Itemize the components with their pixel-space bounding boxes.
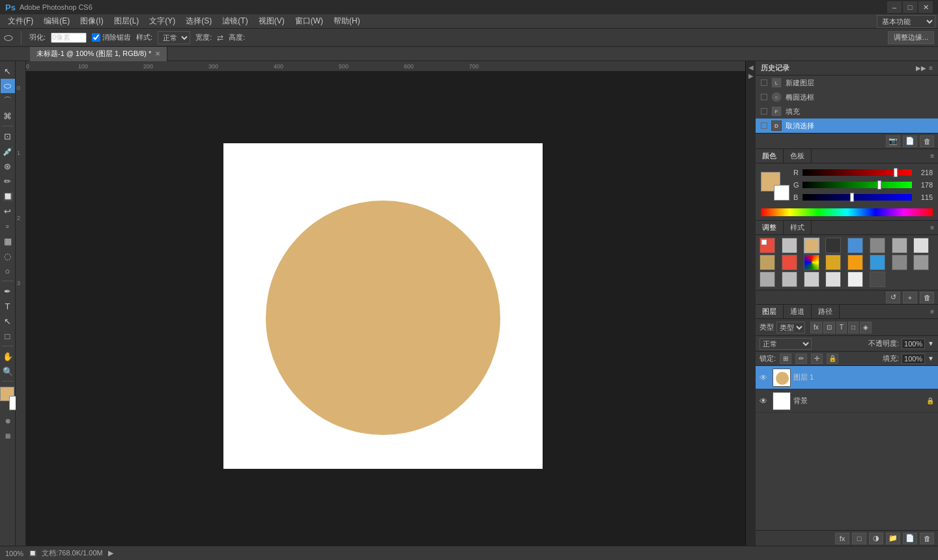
- swatch-bg[interactable]: [774, 185, 789, 201]
- menu-view[interactable]: 视图(V): [253, 14, 290, 28]
- layer-1-eye-icon[interactable]: 👁: [760, 373, 770, 382]
- blur-tool[interactable]: ◌: [1, 249, 15, 263]
- tab-color[interactable]: 颜色: [756, 149, 784, 163]
- style-swatch-11[interactable]: [825, 255, 841, 270]
- layer-bg-eye-icon[interactable]: 👁: [760, 397, 770, 406]
- filter-shape-btn[interactable]: □: [848, 322, 859, 333]
- filter-fx-btn[interactable]: fx: [810, 322, 822, 333]
- style-swatch-7[interactable]: [913, 238, 929, 253]
- add-adj-btn[interactable]: ◑: [869, 533, 883, 544]
- filter-adj-btn[interactable]: ⊡: [823, 322, 835, 333]
- add-mask-btn[interactable]: □: [852, 533, 866, 544]
- add-group-btn[interactable]: 📁: [886, 533, 900, 544]
- collapse-arrow-icon[interactable]: ◀: [748, 64, 754, 71]
- filter-type-btn[interactable]: T: [836, 322, 847, 333]
- quick-mask-toggle[interactable]: ⊗: [1, 413, 15, 428]
- style-swatch-3[interactable]: [825, 238, 841, 253]
- style-swatch-20[interactable]: [847, 272, 863, 287]
- ellipse-marquee-tool[interactable]: ⬭: [1, 79, 15, 93]
- filter-smart-btn[interactable]: ◈: [860, 322, 872, 333]
- pen-tool[interactable]: ✒: [1, 284, 15, 298]
- styles-panel-menu-btn[interactable]: ≡: [926, 223, 938, 232]
- move-tool[interactable]: ↖: [1, 64, 15, 78]
- style-swatch-18[interactable]: [804, 272, 819, 287]
- history-brush-tool[interactable]: ↩: [1, 204, 15, 218]
- feather-input[interactable]: [51, 33, 87, 43]
- menu-layer[interactable]: 图层(L): [109, 14, 145, 28]
- style-swatch-0[interactable]: [760, 238, 775, 253]
- opacity-dropdown-icon[interactable]: ▼: [928, 340, 934, 347]
- lock-transparent-btn[interactable]: ⊞: [780, 354, 791, 364]
- history-item-new-layer[interactable]: L 新建图层: [756, 76, 938, 90]
- style-swatch-21[interactable]: [870, 272, 885, 287]
- color-spectrum[interactable]: [761, 208, 933, 216]
- anti-alias-checkbox[interactable]: [92, 33, 100, 42]
- style-swatch-4[interactable]: [847, 238, 863, 253]
- menu-filter[interactable]: 滤镜(T): [217, 14, 253, 28]
- screen-mode-toggle[interactable]: ⊞: [1, 428, 15, 443]
- lock-paint-btn[interactable]: ✏: [795, 354, 807, 364]
- doc-tab-close[interactable]: ✕: [155, 50, 160, 57]
- workspace-select[interactable]: 基本功能: [877, 15, 935, 28]
- eraser-tool[interactable]: ▫: [1, 219, 15, 233]
- zoom-tool[interactable]: 🔍: [1, 364, 15, 378]
- tab-layers[interactable]: 图层: [756, 305, 784, 318]
- style-swatch-12[interactable]: [847, 255, 863, 270]
- style-select[interactable]: 正常: [158, 31, 190, 44]
- anti-alias-label[interactable]: 消除锯齿: [92, 33, 131, 42]
- style-swatch-17[interactable]: [782, 272, 797, 287]
- tab-swatches[interactable]: 色板: [784, 149, 812, 163]
- quick-select-tool[interactable]: ⌘: [1, 109, 15, 123]
- menu-image[interactable]: 图像(I): [75, 14, 108, 28]
- dodge-tool[interactable]: ○: [1, 264, 15, 278]
- gradient-tool[interactable]: ▦: [1, 234, 15, 248]
- style-swatch-9[interactable]: [782, 255, 797, 270]
- history-new-doc-btn[interactable]: 📄: [903, 135, 917, 147]
- style-swatch-1[interactable]: [782, 238, 797, 253]
- history-panel-menu-btn[interactable]: ≡: [929, 64, 933, 72]
- tab-styles[interactable]: 样式: [784, 221, 812, 234]
- layer-item-1[interactable]: 👁 图层 1: [756, 366, 938, 389]
- shape-tool[interactable]: □: [1, 329, 15, 343]
- style-swatch-6[interactable]: [892, 238, 907, 253]
- expand-arrow-icon[interactable]: ▶: [748, 72, 754, 79]
- menu-help[interactable]: 帮助(H): [328, 14, 365, 28]
- style-swatch-15[interactable]: [913, 255, 929, 270]
- menu-select[interactable]: 选择(S): [180, 14, 217, 28]
- new-layer-btn[interactable]: 📄: [903, 533, 917, 544]
- menu-window[interactable]: 窗口(W): [290, 14, 328, 28]
- eyedropper-tool[interactable]: 💉: [1, 144, 15, 158]
- history-item-ellipse[interactable]: ○ 椭圆选框: [756, 90, 938, 104]
- blend-mode-select[interactable]: 正常: [760, 338, 812, 350]
- forward-btn[interactable]: ▶: [108, 549, 113, 557]
- brush-tool[interactable]: ✏: [1, 174, 15, 188]
- lock-move-btn[interactable]: ✛: [811, 354, 823, 364]
- delete-layer-btn[interactable]: 🗑: [920, 533, 934, 544]
- opacity-input[interactable]: [902, 339, 925, 349]
- path-select-tool[interactable]: ↖: [1, 314, 15, 328]
- spot-heal-tool[interactable]: ⊛: [1, 159, 15, 173]
- styles-reset-btn[interactable]: ↺: [886, 292, 900, 303]
- layers-panel-menu-btn[interactable]: ≡: [926, 307, 938, 316]
- fill-dropdown-icon[interactable]: ▼: [928, 355, 934, 362]
- style-swatch-16[interactable]: [760, 272, 775, 287]
- add-style-btn[interactable]: fx: [835, 533, 849, 544]
- doc-tab[interactable]: 未标题-1 @ 100% (图层 1, RGB/8) * ✕: [30, 47, 167, 61]
- history-item-deselect[interactable]: D 取消选择: [756, 119, 938, 133]
- tab-adjust[interactable]: 调整: [756, 221, 784, 234]
- menu-type[interactable]: 文字(Y): [144, 14, 180, 28]
- crop-tool[interactable]: ⊡: [1, 129, 15, 143]
- style-swatch-8[interactable]: [760, 255, 775, 270]
- style-swatch-19[interactable]: [825, 272, 841, 287]
- close-button[interactable]: ✕: [918, 1, 933, 13]
- menu-file[interactable]: 文件(F): [3, 14, 38, 28]
- layer-item-bg[interactable]: 👁 背景 🔒: [756, 389, 938, 413]
- styles-delete-btn[interactable]: 🗑: [920, 292, 934, 303]
- style-swatch-5[interactable]: [870, 238, 885, 253]
- lasso-tool[interactable]: ⌒: [1, 94, 15, 108]
- tab-channels[interactable]: 通道: [784, 305, 812, 318]
- history-panel-header[interactable]: 历史记录 ▶▶ ≡: [756, 61, 938, 76]
- channel-b-slider[interactable]: [803, 194, 912, 201]
- filter-type-select[interactable]: 类型: [776, 322, 805, 333]
- style-swatch-13[interactable]: [870, 255, 885, 270]
